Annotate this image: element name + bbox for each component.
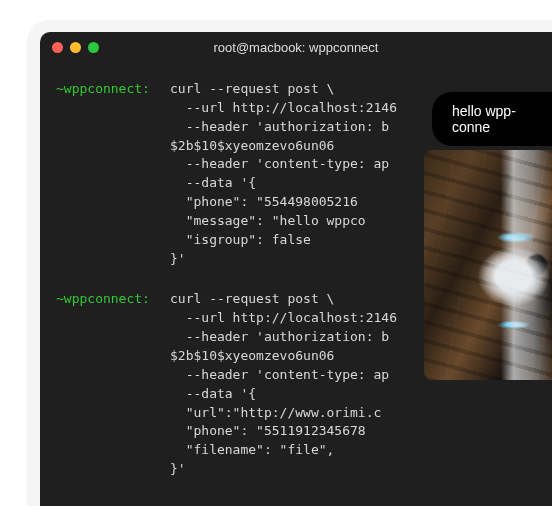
command-text: curl --request post \ --url http://local…	[170, 290, 397, 478]
robot-photo	[424, 150, 552, 380]
command-text: curl --request post \ --url http://local…	[170, 80, 397, 268]
message-bubble: hello wpp-conne	[432, 92, 552, 146]
message-text: hello wpp-conne	[452, 103, 516, 135]
window-title: root@macbook: wppconnect	[40, 40, 552, 55]
prompt: ~wppconnect:	[56, 290, 156, 309]
laptop-frame: root@macbook: wppconnect ~wppconnect: cu…	[28, 20, 552, 506]
prompt: ~wppconnect:	[56, 80, 156, 99]
terminal-window: root@macbook: wppconnect ~wppconnect: cu…	[40, 32, 552, 506]
close-icon[interactable]	[52, 42, 63, 53]
titlebar: root@macbook: wppconnect	[40, 32, 552, 62]
minimize-icon[interactable]	[70, 42, 81, 53]
window-controls	[52, 42, 99, 53]
maximize-icon[interactable]	[88, 42, 99, 53]
